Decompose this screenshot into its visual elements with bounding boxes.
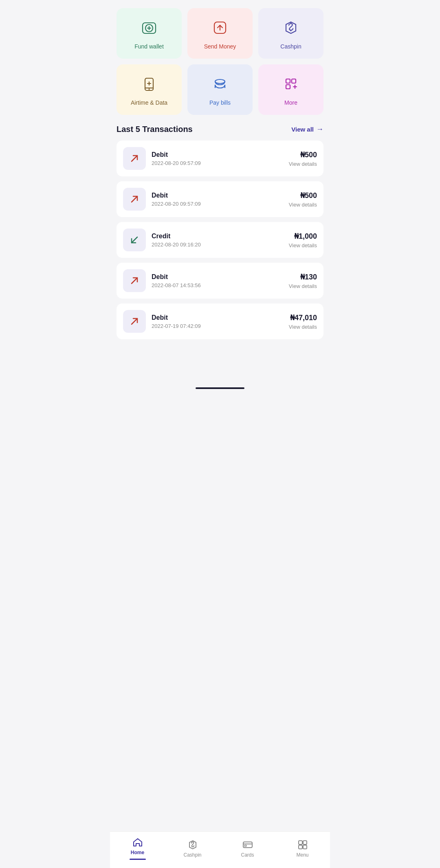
svg-rect-29 — [303, 841, 307, 844]
home-active-indicator — [130, 859, 146, 860]
cards-nav-label: Cards — [241, 852, 254, 858]
nav-menu[interactable]: Menu — [290, 839, 315, 858]
cashpin-icon — [280, 17, 301, 38]
fund-wallet-icon — [139, 17, 160, 38]
tx-view-details: View details — [289, 202, 317, 208]
tx-amount-col: ₦47,010 View details — [289, 313, 317, 330]
tx-view-details: View details — [289, 324, 317, 330]
tx-view-details: View details — [289, 242, 317, 248]
tx-info: Debit 2022-07-19 07:42:09 — [152, 314, 283, 329]
bottom-nav: Home Cashpin Cards — [110, 831, 330, 868]
home-icon — [132, 837, 143, 848]
tx-info: Credit 2022-08-20 09:16:20 — [152, 233, 283, 248]
svg-line-23 — [132, 278, 137, 283]
svg-line-21 — [132, 196, 137, 202]
tx-type: Credit — [152, 233, 283, 240]
svg-rect-25 — [243, 842, 252, 848]
transactions-header: Last 5 Transactions View all → — [117, 125, 323, 134]
fund-wallet-card[interactable]: Fund wallet — [117, 8, 182, 59]
svg-line-20 — [132, 156, 137, 161]
tx-amount: ₦500 — [289, 191, 317, 200]
menu-nav-icon — [297, 839, 308, 850]
svg-rect-28 — [299, 841, 302, 844]
tx-date: 2022-08-20 09:57:09 — [152, 160, 283, 166]
pay-bills-icon — [209, 73, 231, 94]
nav-home[interactable]: Home — [125, 837, 150, 860]
nav-cards[interactable]: Cards — [235, 839, 260, 858]
fund-wallet-label: Fund wallet — [134, 43, 164, 50]
cashpin-label: Cashpin — [280, 43, 301, 50]
tx-icon — [123, 229, 146, 251]
more-icon — [280, 73, 301, 94]
home-indicator — [196, 387, 244, 389]
tx-date: 2022-07-19 07:42:09 — [152, 323, 283, 329]
svg-rect-16 — [292, 79, 296, 83]
cards-nav-icon — [242, 839, 253, 850]
tx-amount-col: ₦500 View details — [289, 150, 317, 167]
view-all-label: View all — [291, 126, 314, 133]
view-all-button[interactable]: View all → — [291, 125, 323, 134]
tx-type: Debit — [152, 192, 283, 199]
tx-info: Debit 2022-08-07 14:53:56 — [152, 273, 283, 288]
more-label: More — [284, 99, 297, 106]
svg-rect-27 — [244, 845, 246, 846]
svg-line-22 — [132, 237, 137, 243]
tx-amount-col: ₦130 View details — [289, 272, 317, 289]
tx-icon — [123, 310, 146, 333]
transaction-item[interactable]: Debit 2022-08-07 14:53:56 ₦130 View deta… — [117, 263, 323, 299]
tx-amount: ₦1,000 — [289, 232, 317, 241]
tx-date: 2022-08-07 14:53:56 — [152, 282, 283, 288]
cashpin-card[interactable]: Cashpin — [258, 8, 323, 59]
main-content: Fund wallet Send Money — [110, 0, 330, 385]
svg-rect-17 — [286, 85, 290, 89]
send-money-label: Send Money — [204, 43, 236, 50]
svg-rect-31 — [303, 845, 307, 849]
tx-amount: ₦47,010 — [289, 313, 317, 322]
tx-icon — [123, 188, 146, 211]
tx-amount-col: ₦1,000 View details — [289, 232, 317, 248]
airtime-data-card[interactable]: Airtime & Data — [117, 64, 182, 115]
tx-type: Debit — [152, 314, 283, 321]
arrow-icon: → — [316, 125, 323, 134]
cashpin-nav-label: Cashpin — [183, 852, 201, 858]
svg-line-24 — [132, 319, 137, 324]
tx-icon — [123, 269, 146, 292]
airtime-data-label: Airtime & Data — [131, 99, 167, 106]
transaction-item[interactable]: Debit 2022-08-20 09:57:09 ₦500 View deta… — [117, 141, 323, 176]
tx-date: 2022-08-20 09:57:09 — [152, 201, 283, 207]
tx-amount: ₦130 — [289, 272, 317, 281]
pay-bills-card[interactable]: Pay bills — [187, 64, 253, 115]
tx-date: 2022-08-20 09:16:20 — [152, 242, 283, 248]
transaction-item[interactable]: Credit 2022-08-20 09:16:20 ₦1,000 View d… — [117, 222, 323, 258]
send-money-card[interactable]: Send Money — [187, 8, 253, 59]
tx-amount-col: ₦500 View details — [289, 191, 317, 208]
send-money-icon — [209, 17, 231, 38]
tx-view-details: View details — [289, 161, 317, 167]
transaction-item[interactable]: Debit 2022-08-20 09:57:09 ₦500 View deta… — [117, 181, 323, 217]
transactions-list: Debit 2022-08-20 09:57:09 ₦500 View deta… — [117, 141, 323, 339]
home-nav-label: Home — [131, 850, 144, 855]
nav-cashpin[interactable]: Cashpin — [180, 839, 205, 858]
svg-point-12 — [215, 79, 225, 84]
svg-rect-15 — [286, 79, 290, 83]
menu-nav-label: Menu — [296, 852, 308, 858]
tx-type: Debit — [152, 273, 283, 281]
airtime-icon — [139, 73, 160, 94]
more-card[interactable]: More — [258, 64, 323, 115]
cashpin-nav-icon — [187, 839, 198, 850]
svg-rect-30 — [299, 845, 302, 849]
tx-view-details: View details — [289, 283, 317, 289]
pay-bills-label: Pay bills — [209, 99, 231, 106]
quick-actions-grid: Fund wallet Send Money — [117, 8, 323, 115]
tx-info: Debit 2022-08-20 09:57:09 — [152, 192, 283, 207]
tx-type: Debit — [152, 151, 283, 158]
transactions-title: Last 5 Transactions — [117, 125, 193, 134]
tx-amount: ₦500 — [289, 150, 317, 159]
tx-info: Debit 2022-08-20 09:57:09 — [152, 151, 283, 166]
transaction-item[interactable]: Debit 2022-07-19 07:42:09 ₦47,010 View d… — [117, 303, 323, 339]
tx-icon — [123, 147, 146, 170]
